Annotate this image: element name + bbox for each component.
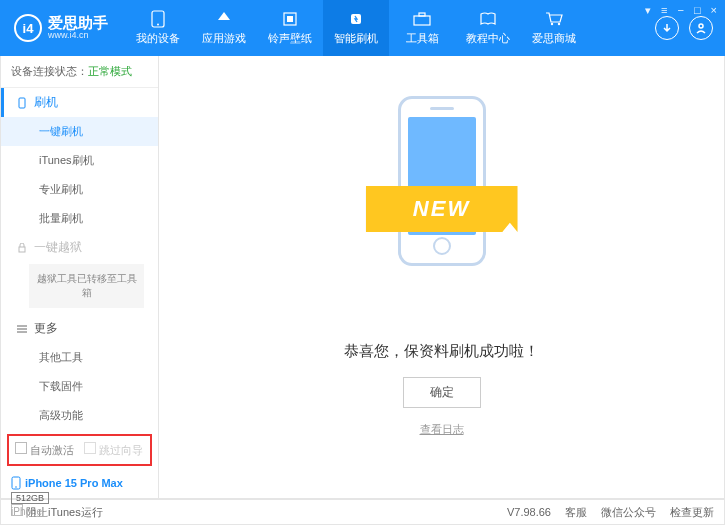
svg-point-9 (699, 24, 703, 28)
device-storage-badge: 512GB (11, 492, 49, 504)
nav-label: 我的设备 (136, 31, 180, 46)
view-log-link[interactable]: 查看日志 (420, 422, 464, 437)
ok-button[interactable]: 确定 (403, 377, 481, 408)
nav-label: 爱思商城 (532, 31, 576, 46)
close-button[interactable]: × (711, 4, 717, 17)
device-info: iPhone 15 Pro Max 512GB iPhone (1, 470, 158, 523)
sidebar-group-jailbreak: 一键越狱 (1, 233, 158, 262)
lock-group-icon (15, 241, 29, 255)
nav-tab-ringtones[interactable]: 铃声壁纸 (257, 0, 323, 56)
nav-label: 智能刷机 (334, 31, 378, 46)
app-url: www.i4.cn (48, 31, 108, 41)
app-header: i4 爱思助手 www.i4.cn 我的设备 应用游戏 铃声壁纸 智能刷机 工具… (0, 0, 725, 56)
nav-tab-apps[interactable]: 应用游戏 (191, 0, 257, 56)
svg-point-7 (551, 23, 553, 25)
nav-tab-flash[interactable]: 智能刷机 (323, 0, 389, 56)
svg-point-8 (558, 23, 560, 25)
nav-tab-toolbox[interactable]: 工具箱 (389, 0, 455, 56)
app-title: 爱思助手 (48, 15, 108, 32)
checkbox-skip-guide[interactable]: 跳过向导 (84, 442, 143, 458)
device-name[interactable]: iPhone 15 Pro Max (11, 476, 148, 490)
svg-rect-6 (419, 13, 425, 16)
apps-icon (214, 10, 234, 28)
logo-area: i4 爱思助手 www.i4.cn (0, 0, 125, 56)
device-type: iPhone (11, 506, 148, 517)
nav-label: 工具箱 (406, 31, 439, 46)
sidebar-item-other[interactable]: 其他工具 (1, 343, 158, 372)
wallpaper-icon (280, 10, 300, 28)
nav-tab-device[interactable]: 我的设备 (125, 0, 191, 56)
success-message: 恭喜您，保资料刷机成功啦！ (344, 342, 539, 361)
highlight-box: 自动激活 跳过向导 (7, 434, 152, 466)
svg-rect-5 (414, 16, 430, 25)
footer-link-support[interactable]: 客服 (565, 505, 587, 520)
lock-icon[interactable]: ≡ (661, 4, 667, 17)
nav-tabs: 我的设备 应用游戏 铃声壁纸 智能刷机 工具箱 教程中心 爱思商城 (125, 0, 655, 56)
download-button[interactable] (655, 16, 679, 40)
nav-label: 应用游戏 (202, 31, 246, 46)
sidebar-item-advanced[interactable]: 高级功能 (1, 401, 158, 430)
sidebar-item-batch[interactable]: 批量刷机 (1, 204, 158, 233)
sidebar-item-firmware[interactable]: 下载固件 (1, 372, 158, 401)
version-label: V7.98.66 (507, 506, 551, 518)
jailbreak-note: 越狱工具已转移至工具箱 (29, 264, 144, 308)
success-illustration: NEW (372, 96, 512, 316)
toolbox-icon (412, 10, 432, 28)
sidebar-item-oneclick[interactable]: 一键刷机 (1, 117, 158, 146)
menu-icon[interactable]: ▾ (645, 4, 651, 17)
maximize-button[interactable]: □ (694, 4, 701, 17)
svg-point-1 (157, 24, 159, 26)
svg-point-16 (15, 486, 17, 488)
nav-tab-tutorial[interactable]: 教程中心 (455, 0, 521, 56)
more-group-icon (15, 322, 29, 336)
flash-group-icon (15, 96, 29, 110)
footer-link-update[interactable]: 检查更新 (670, 505, 714, 520)
footer-link-wechat[interactable]: 微信公众号 (601, 505, 656, 520)
main-content: NEW 恭喜您，保资料刷机成功啦！ 确定 查看日志 (159, 56, 724, 498)
sidebar-item-itunes[interactable]: iTunes刷机 (1, 146, 158, 175)
device-icon (11, 476, 21, 490)
svg-rect-3 (287, 16, 293, 22)
app-logo-icon: i4 (14, 14, 42, 42)
nav-tab-store[interactable]: 爱思商城 (521, 0, 587, 56)
checkbox-auto-activate[interactable]: 自动激活 (15, 442, 74, 458)
svg-rect-10 (19, 98, 25, 108)
sidebar-group-flash[interactable]: 刷机 (1, 88, 158, 117)
svg-rect-11 (19, 247, 25, 252)
flash-icon (346, 10, 366, 28)
sidebar-item-pro[interactable]: 专业刷机 (1, 175, 158, 204)
book-icon (478, 10, 498, 28)
user-button[interactable] (689, 16, 713, 40)
connection-status: 设备连接状态：正常模式 (1, 56, 158, 88)
window-controls: ▾ ≡ − □ × (645, 4, 717, 17)
sidebar: 设备连接状态：正常模式 刷机 一键刷机 iTunes刷机 专业刷机 批量刷机 一… (1, 56, 159, 498)
nav-label: 铃声壁纸 (268, 31, 312, 46)
new-ribbon: NEW (366, 186, 518, 232)
sidebar-group-more[interactable]: 更多 (1, 314, 158, 343)
phone-icon (148, 10, 168, 28)
cart-icon (544, 10, 564, 28)
minimize-button[interactable]: − (677, 4, 683, 17)
nav-label: 教程中心 (466, 31, 510, 46)
